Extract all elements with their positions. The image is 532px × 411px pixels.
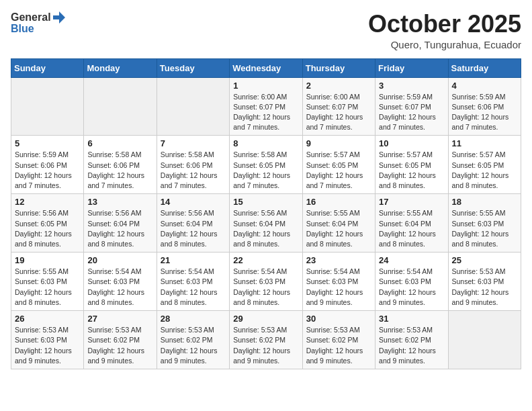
calendar-cell: 19Sunrise: 5:55 AM Sunset: 6:03 PM Dayli… (11, 253, 84, 311)
calendar-cell: 24Sunrise: 5:54 AM Sunset: 6:03 PM Dayli… (375, 253, 448, 311)
calendar-cell: 20Sunrise: 5:54 AM Sunset: 6:03 PM Dayli… (84, 253, 157, 311)
day-number: 27 (87, 314, 152, 324)
header: General Blue October 2025 Quero, Tungura… (11, 11, 521, 50)
cell-content: Sunrise: 5:54 AM Sunset: 6:03 PM Dayligh… (161, 267, 226, 308)
calendar-week-row: 5Sunrise: 5:59 AM Sunset: 6:06 PM Daylig… (11, 136, 521, 194)
calendar-cell: 8Sunrise: 5:58 AM Sunset: 6:05 PM Daylig… (230, 136, 302, 194)
cell-content: Sunrise: 5:57 AM Sunset: 6:05 PM Dayligh… (306, 150, 371, 191)
calendar-cell: 21Sunrise: 5:54 AM Sunset: 6:03 PM Dayli… (157, 253, 229, 311)
day-of-week-header: Thursday (302, 58, 375, 77)
calendar-cell: 31Sunrise: 5:53 AM Sunset: 6:02 PM Dayli… (375, 311, 448, 369)
calendar-cell: 25Sunrise: 5:53 AM Sunset: 6:03 PM Dayli… (448, 253, 521, 311)
day-of-week-header: Sunday (11, 58, 84, 77)
calendar-cell: 16Sunrise: 5:55 AM Sunset: 6:04 PM Dayli… (302, 194, 375, 253)
day-of-week-header: Friday (375, 58, 448, 77)
cell-content: Sunrise: 5:53 AM Sunset: 6:03 PM Dayligh… (15, 325, 80, 366)
logo-container: General Blue (11, 11, 66, 35)
calendar-cell (84, 77, 157, 136)
cell-content: Sunrise: 5:53 AM Sunset: 6:03 PM Dayligh… (452, 267, 517, 308)
calendar-cell: 22Sunrise: 5:54 AM Sunset: 6:03 PM Dayli… (230, 253, 302, 311)
day-number: 22 (233, 255, 298, 265)
cell-content: Sunrise: 5:56 AM Sunset: 6:04 PM Dayligh… (161, 208, 226, 249)
cell-content: Sunrise: 5:58 AM Sunset: 6:06 PM Dayligh… (161, 150, 226, 191)
calendar-cell: 14Sunrise: 5:56 AM Sunset: 6:04 PM Dayli… (157, 194, 229, 253)
day-number: 19 (15, 255, 80, 265)
day-number: 12 (15, 197, 80, 207)
month-title: October 2025 (368, 11, 521, 38)
day-number: 13 (87, 197, 152, 207)
day-number: 2 (306, 81, 371, 91)
cell-content: Sunrise: 5:53 AM Sunset: 6:02 PM Dayligh… (233, 325, 298, 366)
day-number: 29 (233, 314, 298, 324)
calendar-cell: 1Sunrise: 6:00 AM Sunset: 6:07 PM Daylig… (230, 77, 302, 136)
day-number: 4 (452, 81, 517, 91)
cell-content: Sunrise: 5:55 AM Sunset: 6:04 PM Dayligh… (306, 208, 371, 249)
day-number: 10 (379, 138, 444, 148)
day-number: 20 (87, 255, 152, 265)
day-number: 18 (452, 197, 517, 207)
calendar-cell: 23Sunrise: 5:54 AM Sunset: 6:03 PM Dayli… (302, 253, 375, 311)
cell-content: Sunrise: 5:57 AM Sunset: 6:05 PM Dayligh… (379, 150, 444, 191)
day-number: 31 (379, 314, 444, 324)
calendar-cell: 17Sunrise: 5:55 AM Sunset: 6:04 PM Dayli… (375, 194, 448, 253)
calendar-table: SundayMondayTuesdayWednesdayThursdayFrid… (11, 58, 521, 369)
cell-content: Sunrise: 5:55 AM Sunset: 6:04 PM Dayligh… (379, 208, 444, 249)
cell-content: Sunrise: 5:54 AM Sunset: 6:03 PM Dayligh… (233, 267, 298, 308)
calendar-cell: 11Sunrise: 5:57 AM Sunset: 6:05 PM Dayli… (448, 136, 521, 194)
svg-marker-0 (53, 11, 65, 24)
day-number: 28 (161, 314, 226, 324)
day-of-week-header: Tuesday (157, 58, 229, 77)
cell-content: Sunrise: 5:53 AM Sunset: 6:02 PM Dayligh… (161, 325, 226, 366)
calendar-cell: 6Sunrise: 5:58 AM Sunset: 6:06 PM Daylig… (84, 136, 157, 194)
cell-content: Sunrise: 5:53 AM Sunset: 6:02 PM Dayligh… (379, 325, 444, 366)
day-number: 11 (452, 138, 517, 148)
calendar-cell (448, 311, 521, 369)
calendar-cell: 10Sunrise: 5:57 AM Sunset: 6:05 PM Dayli… (375, 136, 448, 194)
calendar-cell: 4Sunrise: 5:59 AM Sunset: 6:06 PM Daylig… (448, 77, 521, 136)
calendar-cell: 2Sunrise: 6:00 AM Sunset: 6:07 PM Daylig… (302, 77, 375, 136)
day-number: 24 (379, 255, 444, 265)
cell-content: Sunrise: 5:56 AM Sunset: 6:04 PM Dayligh… (87, 208, 152, 249)
calendar-week-row: 19Sunrise: 5:55 AM Sunset: 6:03 PM Dayli… (11, 253, 521, 311)
location-subtitle: Quero, Tungurahua, Ecuador (368, 39, 521, 50)
day-number: 1 (233, 81, 298, 91)
cell-content: Sunrise: 5:54 AM Sunset: 6:03 PM Dayligh… (87, 267, 152, 308)
day-number: 6 (87, 138, 152, 148)
day-number: 14 (161, 197, 226, 207)
day-number: 21 (161, 255, 226, 265)
calendar-week-row: 1Sunrise: 6:00 AM Sunset: 6:07 PM Daylig… (11, 77, 521, 136)
calendar-cell: 18Sunrise: 5:55 AM Sunset: 6:03 PM Dayli… (448, 194, 521, 253)
day-number: 26 (15, 314, 80, 324)
logo-blue-text: Blue (11, 23, 66, 35)
day-number: 9 (306, 138, 371, 148)
day-number: 8 (233, 138, 298, 148)
cell-content: Sunrise: 5:59 AM Sunset: 6:06 PM Dayligh… (15, 150, 80, 191)
calendar-cell: 5Sunrise: 5:59 AM Sunset: 6:06 PM Daylig… (11, 136, 84, 194)
calendar-cell: 28Sunrise: 5:53 AM Sunset: 6:02 PM Dayli… (157, 311, 229, 369)
calendar-cell: 12Sunrise: 5:56 AM Sunset: 6:05 PM Dayli… (11, 194, 84, 253)
day-of-week-header: Wednesday (230, 58, 302, 77)
day-number: 30 (306, 314, 371, 324)
calendar-cell: 29Sunrise: 5:53 AM Sunset: 6:02 PM Dayli… (230, 311, 302, 369)
cell-content: Sunrise: 5:58 AM Sunset: 6:05 PM Dayligh… (233, 150, 298, 191)
day-number: 25 (452, 255, 517, 265)
logo: General Blue (11, 11, 66, 35)
calendar-cell: 30Sunrise: 5:53 AM Sunset: 6:02 PM Dayli… (302, 311, 375, 369)
calendar-cell: 27Sunrise: 5:53 AM Sunset: 6:02 PM Dayli… (84, 311, 157, 369)
calendar-header-row: SundayMondayTuesdayWednesdayThursdayFrid… (11, 58, 521, 77)
calendar-cell: 9Sunrise: 5:57 AM Sunset: 6:05 PM Daylig… (302, 136, 375, 194)
cell-content: Sunrise: 5:54 AM Sunset: 6:03 PM Dayligh… (306, 267, 371, 308)
day-number: 23 (306, 255, 371, 265)
calendar-cell: 13Sunrise: 5:56 AM Sunset: 6:04 PM Dayli… (84, 194, 157, 253)
cell-content: Sunrise: 5:59 AM Sunset: 6:06 PM Dayligh… (452, 92, 517, 133)
day-of-week-header: Monday (84, 58, 157, 77)
cell-content: Sunrise: 5:57 AM Sunset: 6:05 PM Dayligh… (452, 150, 517, 191)
cell-content: Sunrise: 5:53 AM Sunset: 6:02 PM Dayligh… (87, 325, 152, 366)
day-number: 7 (161, 138, 226, 148)
cell-content: Sunrise: 5:53 AM Sunset: 6:02 PM Dayligh… (306, 325, 371, 366)
calendar-cell: 26Sunrise: 5:53 AM Sunset: 6:03 PM Dayli… (11, 311, 84, 369)
calendar-cell: 15Sunrise: 5:56 AM Sunset: 6:04 PM Dayli… (230, 194, 302, 253)
logo-arrow-icon (52, 11, 66, 24)
calendar-week-row: 12Sunrise: 5:56 AM Sunset: 6:05 PM Dayli… (11, 194, 521, 253)
cell-content: Sunrise: 5:56 AM Sunset: 6:05 PM Dayligh… (15, 208, 80, 249)
